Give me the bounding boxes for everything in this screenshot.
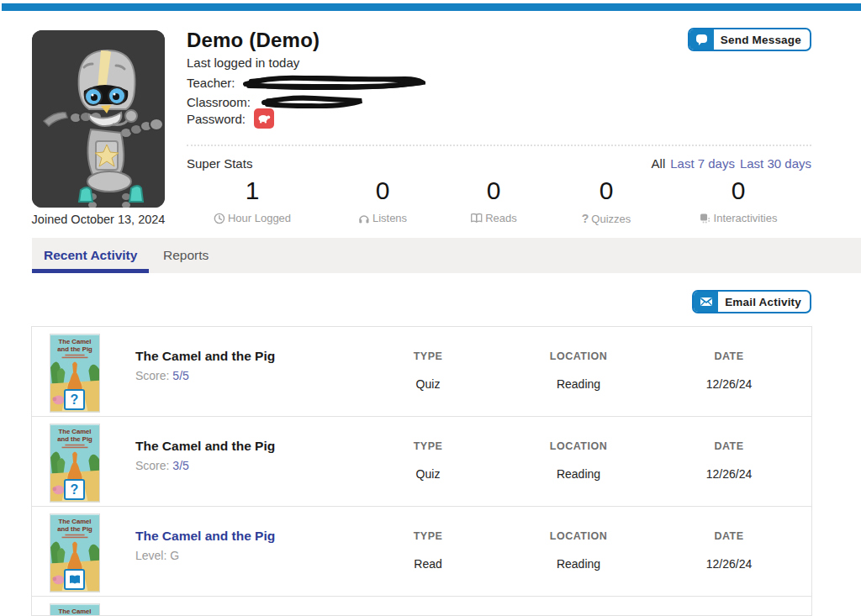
chat-bubble-icon — [689, 29, 714, 50]
last-logged-text: Last logged in today — [187, 55, 299, 70]
top-accent-bar — [2, 3, 861, 11]
stat-hours-label: Hour Logged — [228, 212, 291, 224]
book-title[interactable]: The Camel and the Pig — [135, 439, 275, 454]
stat-quizzes-value: 0 — [582, 176, 631, 205]
location-value: Reading — [532, 467, 625, 481]
book-cover[interactable]: The Camel and the Pig ? — [50, 424, 100, 503]
activity-row: The Camel and the Pig — [32, 507, 811, 597]
level-value: G — [170, 549, 179, 562]
classroom-row: Classroom: — [187, 95, 251, 109]
stat-interactivities: 0 Interactivities — [700, 176, 778, 224]
stat-listens-label: Listens — [372, 212, 407, 224]
tab-recent-activity[interactable]: Recent Activity — [44, 238, 137, 273]
teacher-label: Teacher: — [187, 76, 235, 90]
envelope-icon — [694, 292, 718, 312]
teacher-row: Teacher: — [187, 76, 235, 90]
headphones-icon — [358, 213, 370, 224]
classroom-label: Classroom: — [187, 95, 251, 109]
type-value: Quiz — [390, 377, 466, 391]
send-message-button[interactable]: Send Message — [688, 28, 811, 51]
quiz-question-icon: ? — [71, 483, 79, 497]
question-mark-icon: ? — [582, 212, 589, 225]
tab-bar: Recent Activity Reports — [32, 238, 861, 273]
stat-reads-label: Reads — [485, 212, 517, 224]
stat-interactivities-label: Interactivities — [714, 212, 778, 224]
quiz-badge: ? — [64, 389, 85, 410]
score-label: Score: — [135, 369, 169, 382]
date-value: 12/26/24 — [687, 557, 771, 571]
password-row: Password: — [187, 112, 246, 126]
type-column-header: TYPE — [390, 350, 466, 362]
password-turtle-icon[interactable] — [254, 108, 274, 129]
score-value[interactable]: 5/5 — [172, 369, 188, 382]
svg-text:and the Pig: and the Pig — [57, 345, 92, 353]
email-activity-label: Email Activity — [718, 296, 801, 308]
location-value: Reading — [532, 557, 625, 571]
location-column-header: LOCATION — [532, 350, 625, 362]
filter-last-7-days[interactable]: Last 7 days — [670, 156, 735, 171]
date-column-header: DATE — [687, 440, 771, 452]
date-column-header: DATE — [687, 350, 771, 362]
recent-activity-table: The Camel and the Pig ? The Camel and t — [31, 326, 812, 616]
activity-row: The Camel and the Pig ? The Camel and t — [32, 327, 811, 417]
stat-hours-logged: 1 Hour Logged — [214, 176, 291, 224]
joined-date: Joined October 13, 2024 — [12, 213, 185, 226]
type-value: Read — [390, 557, 466, 571]
stat-quizzes: 0 ? Quizzes — [582, 176, 631, 225]
svg-text:and the Pig: and the Pig — [57, 435, 92, 443]
email-activity-button[interactable]: Email Activity — [692, 290, 811, 313]
date-column-header: DATE — [687, 530, 771, 542]
type-column-header: TYPE — [390, 440, 466, 452]
stat-reads: 0 Reads — [470, 176, 517, 224]
stat-interactivities-value: 0 — [700, 176, 778, 205]
read-badge — [64, 569, 85, 590]
stat-hours-value: 1 — [214, 176, 291, 205]
student-avatar — [32, 30, 165, 208]
location-value: Reading — [532, 377, 625, 391]
activity-row: The Camel and the Pig — [32, 597, 811, 616]
svg-text:The Camel: The Camel — [58, 608, 91, 615]
book-cover-art: The Camel and the Pig — [50, 603, 100, 616]
type-column-header: TYPE — [390, 530, 466, 542]
quiz-badge: ? — [64, 479, 85, 500]
book-cover[interactable]: The Camel and the Pig — [50, 513, 100, 592]
tab-reports[interactable]: Reports — [163, 238, 209, 273]
book-cover[interactable]: The Camel and the Pig ? — [50, 334, 100, 413]
score-label: Score: — [135, 459, 169, 472]
open-book-icon — [470, 213, 483, 224]
score-text: Score: 3/5 — [135, 459, 189, 472]
svg-text:The Camel: The Camel — [58, 518, 91, 525]
type-value: Quiz — [390, 467, 466, 481]
open-book-icon — [68, 574, 82, 585]
password-label: Password: — [187, 112, 246, 126]
interactivity-icon — [700, 213, 711, 224]
classroom-name-redaction-scribble — [261, 94, 365, 109]
score-value[interactable]: 3/5 — [172, 459, 188, 472]
svg-text:and the Pig: and the Pig — [57, 525, 92, 533]
super-stats-title: Super Stats — [187, 156, 252, 171]
active-tab-underline — [32, 269, 149, 273]
location-column-header: LOCATION — [532, 530, 625, 542]
svg-text:The Camel: The Camel — [58, 338, 91, 345]
svg-text:The Camel: The Camel — [58, 428, 91, 435]
filter-last-30-days[interactable]: Last 30 days — [740, 156, 811, 171]
stats-date-filters: AllLast 7 daysLast 30 days — [652, 156, 811, 171]
location-column-header: LOCATION — [532, 440, 625, 452]
book-title-link[interactable]: The Camel and the Pig — [135, 529, 275, 544]
stat-reads-value: 0 — [470, 176, 517, 205]
level-text: Level: G — [135, 549, 179, 562]
student-name: Demo (Demo) — [187, 29, 320, 52]
score-text: Score: 5/5 — [135, 369, 189, 382]
teacher-name-redaction-scribble — [242, 74, 425, 92]
student-profile-page: Joined October 13, 2024 Demo (Demo) Last… — [0, 0, 861, 616]
stat-listens: 0 Listens — [358, 176, 407, 224]
filter-all[interactable]: All — [652, 156, 666, 171]
level-label: Level: — [135, 549, 166, 562]
stat-quizzes-label: Quizzes — [591, 213, 631, 225]
stat-listens-value: 0 — [358, 176, 407, 205]
book-title[interactable]: The Camel and the Pig — [135, 349, 275, 364]
book-cover[interactable]: The Camel and the Pig — [50, 603, 100, 616]
quiz-question-icon: ? — [71, 393, 79, 407]
send-message-label: Send Message — [714, 34, 801, 46]
header-divider — [187, 145, 811, 146]
